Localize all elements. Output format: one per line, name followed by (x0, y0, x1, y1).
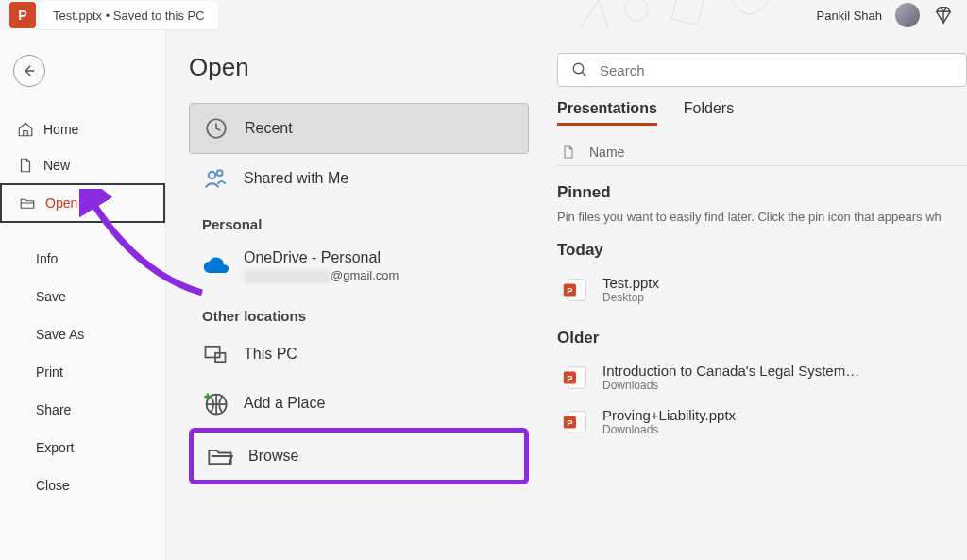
nav-new[interactable]: New (0, 147, 165, 183)
file-row[interactable]: P Proving+Liability.pptx Downloads (557, 399, 967, 444)
clock-icon (203, 115, 229, 142)
nav-open[interactable]: Open (0, 183, 165, 223)
home-icon (17, 121, 34, 138)
location-label: OneDrive - Personal (244, 249, 399, 266)
group-pinned: Pinned (557, 183, 967, 202)
file-name: Proving+Liability.pptx (602, 407, 736, 423)
nav-save-as[interactable]: Save As (0, 315, 165, 353)
location-browse[interactable]: Browse (199, 435, 518, 477)
document-title-tab[interactable]: Test.pptx • Saved to this PC (40, 1, 218, 29)
location-onedrive[interactable]: OneDrive - Personal @gmail.com (189, 238, 529, 295)
location-label: Browse (248, 448, 298, 465)
location-this-pc[interactable]: This PC (189, 330, 529, 379)
arrow-left-icon (22, 63, 37, 78)
nav-share[interactable]: Share (0, 391, 165, 429)
tab-presentations[interactable]: Presentations (557, 100, 657, 126)
premium-icon[interactable] (933, 5, 954, 25)
group-today: Today (557, 241, 967, 260)
pptx-file-icon: P (561, 364, 589, 392)
file-location: Downloads (602, 423, 736, 436)
location-label: Shared with Me (244, 170, 348, 187)
username-label: Pankil Shah (817, 8, 882, 23)
pinned-hint: Pin files you want to easily find later.… (557, 210, 967, 224)
location-label: Recent (245, 120, 293, 137)
people-icon (202, 165, 229, 192)
powerpoint-app-icon: P (9, 2, 36, 28)
backstage-sidebar: Home New Open Info Save Save As Print Sh… (0, 30, 166, 560)
location-label: Add a Place (244, 395, 325, 412)
location-add-place[interactable]: Add a Place (189, 379, 529, 428)
svg-text:P: P (567, 285, 572, 295)
nav-export[interactable]: Export (0, 429, 165, 467)
nav-print[interactable]: Print (0, 353, 165, 391)
locations-other-header: Other locations (189, 295, 529, 330)
nav-label: Home (43, 122, 78, 137)
location-label: This PC (244, 346, 297, 363)
location-recent[interactable]: Recent (189, 103, 529, 154)
svg-point-4 (217, 170, 223, 176)
document-icon (561, 144, 576, 160)
svg-rect-1 (671, 0, 704, 25)
user-avatar[interactable] (895, 3, 920, 27)
tab-folders[interactable]: Folders (684, 100, 734, 126)
title-bar: P Test.pptx • Saved to this PC Pankil Sh… (0, 0, 967, 30)
globe-plus-icon (202, 390, 229, 416)
search-input[interactable] (600, 62, 953, 78)
svg-text:P: P (567, 417, 572, 427)
nav-save[interactable]: Save (0, 278, 165, 315)
nav-label: Open (45, 195, 77, 211)
file-name: Introduction to Canada's Legal System… (602, 363, 859, 379)
file-row[interactable]: P Test.pptx Desktop (557, 267, 967, 312)
folder-open-icon (19, 195, 36, 212)
svg-point-3 (209, 172, 215, 178)
pc-icon (202, 341, 229, 367)
locations-personal-header: Personal (189, 203, 529, 238)
file-row[interactable]: P Introduction to Canada's Legal System…… (557, 355, 967, 399)
nav-close[interactable]: Close (0, 467, 165, 504)
browse-highlight-annotation: Browse (189, 428, 529, 484)
file-location: Desktop (602, 291, 659, 304)
file-location: Downloads (602, 379, 859, 392)
search-icon (571, 61, 588, 78)
nav-home[interactable]: Home (0, 111, 165, 147)
page-title: Open (189, 53, 529, 82)
pptx-file-icon: P (561, 276, 589, 304)
pptx-file-icon: P (561, 408, 589, 436)
folder-icon (207, 443, 233, 469)
list-header: Name (557, 139, 967, 166)
svg-point-0 (625, 0, 648, 21)
column-name[interactable]: Name (589, 144, 624, 160)
nav-info[interactable]: Info (0, 240, 165, 278)
svg-rect-5 (206, 346, 220, 357)
onedrive-icon (202, 253, 229, 280)
file-name: Test.pptx (602, 275, 659, 291)
document-icon (17, 157, 34, 174)
svg-point-8 (573, 63, 584, 74)
location-shared[interactable]: Shared with Me (189, 154, 529, 203)
back-button[interactable] (13, 55, 45, 87)
search-box[interactable] (557, 53, 967, 87)
nav-label: New (43, 158, 70, 173)
svg-text:P: P (567, 373, 572, 382)
onedrive-email: @gmail.com (244, 268, 399, 283)
group-older: Older (557, 329, 967, 348)
